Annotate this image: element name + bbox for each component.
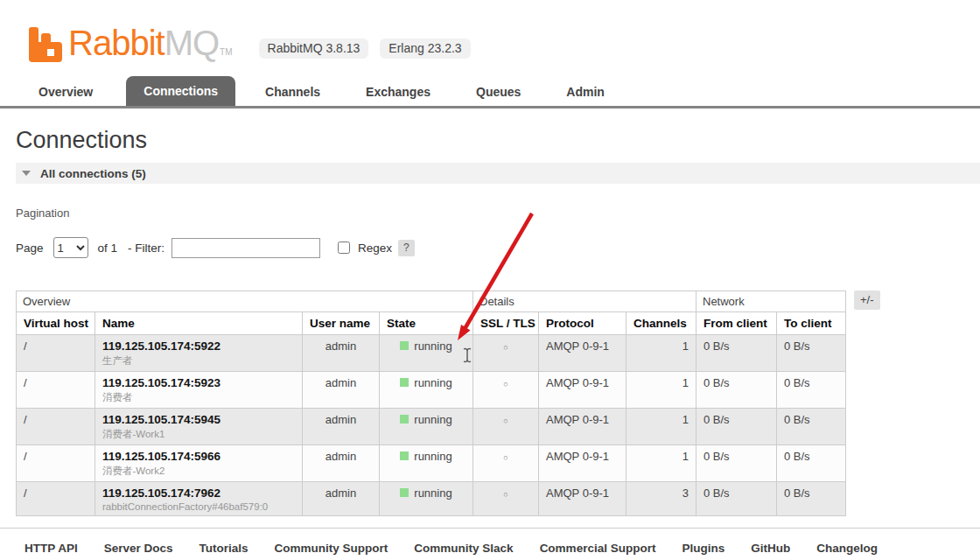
cell-protocol: AMQP 0-9-1 bbox=[539, 445, 626, 482]
state-label: running bbox=[414, 376, 452, 389]
all-connections-toggle[interactable]: All connections (5) bbox=[16, 163, 980, 184]
regex-help-button[interactable]: ? bbox=[398, 240, 415, 256]
footer-link-community-slack[interactable]: Community Slack bbox=[414, 542, 513, 555]
collapse-triangle-icon bbox=[22, 171, 31, 176]
client-label: 生产者 bbox=[102, 354, 295, 368]
col-ssl-tls: SSL / TLS bbox=[473, 312, 539, 335]
cell-name[interactable]: 119.125.105.174:5923 消费者 bbox=[95, 372, 303, 409]
table-row: / 119.125.105.174:5923 消费者 admin running… bbox=[17, 372, 846, 409]
tab-overview[interactable]: Overview bbox=[26, 78, 105, 106]
cell-channels: 1 bbox=[626, 335, 696, 372]
page-select[interactable]: 1 bbox=[53, 237, 88, 258]
no-ssl-icon: ○ bbox=[503, 380, 508, 388]
connection-link[interactable]: 119.125.105.174:7962 bbox=[102, 486, 295, 500]
col-from-client: From client bbox=[696, 312, 777, 335]
running-indicator bbox=[400, 378, 409, 387]
cell-protocol: AMQP 0-9-1 bbox=[539, 372, 626, 409]
cell-ssl: ○ bbox=[473, 409, 539, 445]
running-indicator bbox=[400, 488, 409, 497]
running-indicator bbox=[400, 452, 409, 460]
cell-user: admin bbox=[303, 335, 380, 372]
tab-queues[interactable]: Queues bbox=[464, 78, 533, 106]
tab-channels[interactable]: Channels bbox=[253, 78, 332, 106]
cell-ssl: ○ bbox=[473, 482, 539, 516]
tab-exchanges[interactable]: Exchanges bbox=[354, 78, 443, 106]
footer-link-github[interactable]: GitHub bbox=[751, 542, 790, 555]
client-label: 消费者-Work1 bbox=[102, 428, 295, 441]
cell-protocol: AMQP 0-9-1 bbox=[539, 482, 626, 516]
regex-checkbox[interactable] bbox=[338, 242, 350, 254]
regex-label: Regex bbox=[358, 242, 392, 255]
state-label: running bbox=[414, 340, 452, 353]
col-state: State bbox=[380, 312, 473, 335]
cell-vhost: / bbox=[17, 409, 95, 445]
tab-admin[interactable]: Admin bbox=[554, 78, 617, 106]
col-to-client: To client bbox=[777, 312, 846, 335]
pagination-heading: Pagination bbox=[16, 206, 980, 220]
main-nav: Overview Connections Channels Exchanges … bbox=[0, 76, 980, 108]
cell-protocol: AMQP 0-9-1 bbox=[539, 409, 626, 445]
footer-link-server-docs[interactable]: Server Docs bbox=[104, 542, 173, 555]
table-row: / 119.125.105.174:5966 消费者-Work2 admin r… bbox=[17, 445, 846, 482]
cell-ssl: ○ bbox=[473, 335, 539, 372]
footer-link-changelog[interactable]: Changelog bbox=[816, 542, 878, 555]
state-label: running bbox=[414, 486, 452, 500]
cell-channels: 1 bbox=[626, 409, 696, 445]
version-badges: RabbitMQ 3.8.13 Erlang 23.2.3 bbox=[259, 38, 471, 59]
col-name: Name bbox=[95, 312, 303, 335]
no-ssl-icon: ○ bbox=[503, 343, 508, 352]
cell-to-client: 0 B/s bbox=[777, 482, 846, 516]
cell-name[interactable]: 119.125.105.174:5966 消费者-Work2 bbox=[95, 445, 303, 482]
cell-from-client: 0 B/s bbox=[696, 409, 777, 445]
client-label: rabbitConnectionFactory#46baf579:0 bbox=[102, 501, 295, 512]
filter-input[interactable] bbox=[172, 238, 320, 258]
cell-protocol: AMQP 0-9-1 bbox=[539, 335, 626, 372]
cell-name[interactable]: 119.125.105.174:7962 rabbitConnectionFac… bbox=[95, 482, 303, 516]
column-visibility-toggle[interactable]: +/- bbox=[854, 290, 880, 310]
header: RabbitMQ TM RabbitMQ 3.8.13 Erlang 23.2.… bbox=[0, 0, 980, 64]
brand-rabbit: Rabbit bbox=[68, 24, 164, 62]
section-label: All connections (5) bbox=[40, 167, 146, 180]
footer-link-plugins[interactable]: Plugins bbox=[682, 542, 724, 555]
no-ssl-icon: ○ bbox=[503, 416, 508, 425]
connection-link[interactable]: 119.125.105.174:5922 bbox=[102, 340, 295, 353]
column-header-row: Virtual host Name User name State SSL / … bbox=[17, 312, 846, 335]
connection-link[interactable]: 119.125.105.174:5966 bbox=[102, 450, 295, 463]
tab-connections[interactable]: Connections bbox=[126, 76, 235, 106]
connection-link[interactable]: 119.125.105.174:5923 bbox=[102, 376, 295, 389]
no-ssl-icon: ○ bbox=[503, 490, 508, 499]
group-header-row: Overview Details Network bbox=[17, 291, 846, 312]
cell-to-client: 0 B/s bbox=[777, 409, 846, 445]
cell-user: admin bbox=[303, 372, 380, 409]
footer-link-commercial-support[interactable]: Commercial Support bbox=[540, 542, 656, 555]
group-details: Details bbox=[473, 291, 696, 312]
cell-user: admin bbox=[303, 409, 380, 445]
cell-name[interactable]: 119.125.105.174:5945 消费者-Work1 bbox=[95, 409, 303, 445]
cell-name[interactable]: 119.125.105.174:5922 生产者 bbox=[95, 335, 303, 372]
col-channels: Channels bbox=[626, 312, 696, 335]
cell-ssl: ○ bbox=[473, 372, 539, 409]
cell-state: running bbox=[380, 372, 473, 409]
rabbitmq-logo[interactable]: RabbitMQ TM bbox=[26, 24, 233, 64]
cell-channels: 1 bbox=[626, 372, 696, 409]
client-label: 消费者 bbox=[102, 391, 295, 404]
pagination-controls: Page 1 of 1 - Filter: Regex ? bbox=[16, 236, 980, 259]
cell-to-client: 0 B/s bbox=[777, 445, 846, 482]
cell-state: running bbox=[380, 482, 473, 516]
footer-link-tutorials[interactable]: Tutorials bbox=[200, 542, 248, 555]
running-indicator bbox=[400, 415, 409, 424]
footer-link-http-api[interactable]: HTTP API bbox=[24, 542, 78, 555]
footer-link-community-support[interactable]: Community Support bbox=[275, 542, 388, 555]
cell-state: running bbox=[380, 335, 473, 372]
cell-from-client: 0 B/s bbox=[696, 335, 777, 372]
running-indicator bbox=[400, 341, 409, 350]
connection-link[interactable]: 119.125.105.174:5945 bbox=[102, 413, 295, 426]
cell-vhost: / bbox=[17, 445, 95, 482]
col-virtual-host: Virtual host bbox=[17, 312, 95, 335]
connections-table-wrap: Overview Details Network Virtual host Na… bbox=[16, 290, 908, 516]
cell-vhost: / bbox=[17, 482, 95, 516]
no-ssl-icon: ○ bbox=[503, 453, 508, 462]
brand-mq: MQ bbox=[164, 24, 219, 62]
trademark: TM bbox=[220, 47, 232, 57]
footer-links: HTTP API Server Docs Tutorials Community… bbox=[0, 528, 980, 555]
